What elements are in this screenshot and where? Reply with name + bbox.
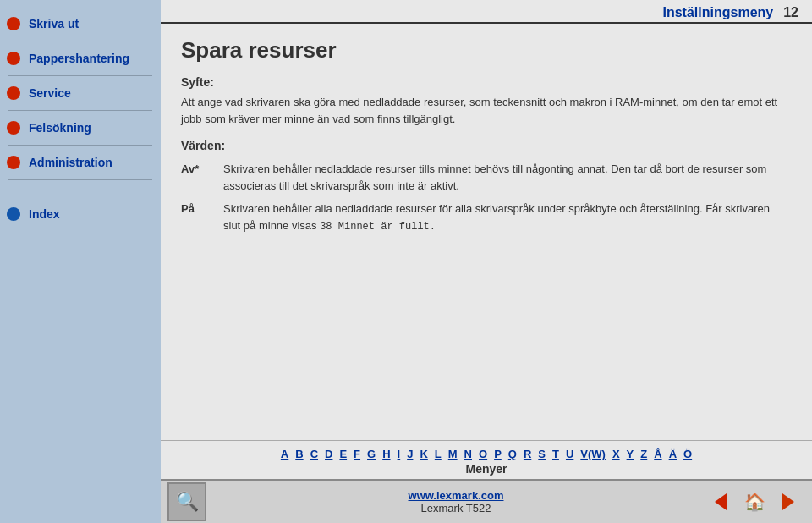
bottom-bar: 🔍 www.lexmark.com Lexmark T522 🏠 <box>161 479 812 523</box>
header-page-number: 12 <box>783 5 798 20</box>
alpha-nav: A B C D E F G H I J K L M N O P Q R S T <box>161 440 812 479</box>
sidebar-divider-2 <box>8 75 152 76</box>
header-title: Inställningsmeny <box>663 5 774 20</box>
main-layout: Skriva ut Pappershantering Service Felsö… <box>0 0 812 523</box>
alpha-link-Y[interactable]: Y <box>624 448 637 460</box>
table-row: Av* Skrivaren behåller nedladdade resurs… <box>181 159 792 199</box>
alpha-link-AE[interactable]: Ä <box>667 448 679 460</box>
sidebar-dot-index <box>7 207 20 221</box>
alpha-link-AA[interactable]: Å <box>651 448 664 460</box>
sidebar-item-index[interactable]: Index <box>0 199 161 229</box>
nav-home-button[interactable]: 🏠 <box>739 487 770 517</box>
sidebar-label-skriva-ut: Skriva ut <box>29 17 79 30</box>
top-header: Inställningsmeny 12 <box>161 0 812 24</box>
sidebar-divider-1 <box>8 41 152 41</box>
alpha-link-C[interactable]: C <box>308 448 321 460</box>
nav-buttons: 🏠 <box>705 487 812 517</box>
table-row: På Skrivaren behåller alla nedladdade re… <box>181 199 792 239</box>
alpha-link-VW[interactable]: V(W) <box>578 448 608 460</box>
alpha-link-L[interactable]: L <box>432 448 444 460</box>
sidebar-divider-4 <box>8 145 152 146</box>
home-icon: 🏠 <box>744 492 765 512</box>
alpha-link-E[interactable]: E <box>337 448 349 460</box>
monospace-text: 38 Minnet är fullt. <box>320 221 436 233</box>
alpha-link-J[interactable]: J <box>404 448 415 460</box>
values-section: Värden: Av* Skrivaren behåller nedladdad… <box>181 139 792 239</box>
alpha-link-P[interactable]: P <box>491 448 504 460</box>
sidebar: Skriva ut Pappershantering Service Felsö… <box>0 0 161 523</box>
alpha-link-I[interactable]: I <box>395 448 403 460</box>
content-body: Spara resurser Syfte: Att ange vad skriv… <box>161 24 812 440</box>
alpha-link-S[interactable]: S <box>535 448 548 460</box>
alpha-link-Q[interactable]: Q <box>506 448 519 460</box>
bottom-link-area: www.lexmark.com Lexmark T522 <box>217 489 695 515</box>
content-area: Inställningsmeny 12 Spara resurser Syfte… <box>161 0 812 523</box>
alpha-link-A[interactable]: A <box>278 448 291 460</box>
sidebar-dot-skriva-ut <box>7 17 20 30</box>
website-link[interactable]: www.lexmark.com <box>217 489 695 502</box>
sidebar-label-administration: Administration <box>29 156 112 169</box>
search-icon-box[interactable]: 🔍 <box>167 482 206 521</box>
alpha-link-B[interactable]: B <box>293 448 305 460</box>
values-label: Värden: <box>181 139 792 152</box>
alpha-link-O[interactable]: O <box>476 448 490 460</box>
nav-prev-button[interactable] <box>705 487 736 517</box>
arrow-left-icon <box>715 493 727 510</box>
alpha-link-M[interactable]: M <box>446 448 460 460</box>
alpha-link-T[interactable]: T <box>550 448 562 460</box>
search-icon: 🔍 <box>176 491 199 513</box>
sidebar-label-service: Service <box>29 86 71 100</box>
alpha-link-U[interactable]: U <box>563 448 576 460</box>
alpha-link-X[interactable]: X <box>610 448 623 460</box>
sidebar-divider-3 <box>8 110 152 111</box>
sidebar-label-felsoekning: Felsökning <box>29 121 91 135</box>
value-desc-pa: Skrivaren behåller alla nedladdade resur… <box>223 199 792 239</box>
alpha-link-F[interactable]: F <box>351 448 363 460</box>
alpha-link-R[interactable]: R <box>521 448 534 460</box>
alpha-menu-label[interactable]: Menyer <box>174 462 798 476</box>
alpha-link-K[interactable]: K <box>417 448 430 460</box>
alpha-link-D[interactable]: D <box>322 448 335 460</box>
sidebar-item-felsoekning[interactable]: Felsökning <box>0 113 161 143</box>
value-key-av: Av* <box>181 159 223 199</box>
sidebar-item-pappershantering[interactable]: Pappershantering <box>0 43 161 74</box>
sidebar-dot-pappershantering <box>7 52 20 65</box>
alpha-link-N[interactable]: N <box>462 448 475 460</box>
sidebar-dot-service <box>7 86 20 100</box>
values-table: Av* Skrivaren behåller nedladdade resurs… <box>181 159 792 239</box>
alpha-link-Z[interactable]: Z <box>638 448 650 460</box>
sidebar-item-administration[interactable]: Administration <box>0 147 161 178</box>
alpha-link-OE[interactable]: Ö <box>681 448 694 460</box>
arrow-right-icon <box>782 493 794 510</box>
alpha-link-H[interactable]: H <box>380 448 392 460</box>
sidebar-dot-felsoekning <box>7 121 20 135</box>
value-desc-av: Skrivaren behåller nedladdade resurser t… <box>223 159 792 199</box>
sidebar-item-skriva-ut[interactable]: Skriva ut <box>0 8 161 39</box>
alpha-nav-links: A B C D E F G H I J K L M N O P Q R S T <box>174 448 798 460</box>
sidebar-dot-administration <box>7 156 20 169</box>
model-label: Lexmark T522 <box>217 502 695 515</box>
value-key-pa: På <box>181 199 223 239</box>
sidebar-divider-5 <box>8 179 152 180</box>
sidebar-label-pappershantering: Pappershantering <box>29 52 129 65</box>
syfte-label: Syfte: <box>181 75 792 89</box>
syfte-text: Att ange vad skrivaren ska göra med nedl… <box>181 94 792 127</box>
page-title: Spara resurser <box>181 37 792 63</box>
sidebar-item-service[interactable]: Service <box>0 78 161 108</box>
alpha-link-G[interactable]: G <box>365 448 378 460</box>
nav-next-button[interactable] <box>773 487 804 517</box>
sidebar-label-index: Index <box>29 207 60 221</box>
